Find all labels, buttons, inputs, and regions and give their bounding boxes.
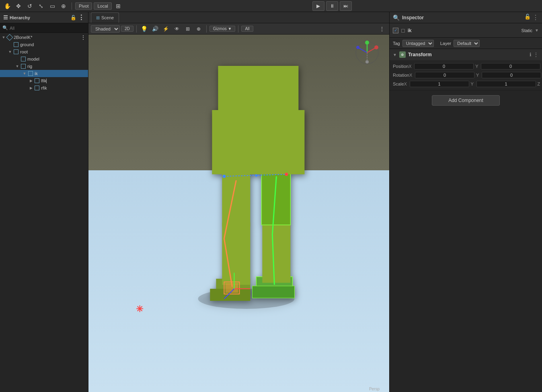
cursor-lfik: ▏ bbox=[46, 79, 49, 83]
expand-icon-transform: ▼ bbox=[393, 53, 397, 57]
hierarchy-tree: ▼ 2BoneIK* ⋮ ground ▼ bbox=[0, 33, 88, 392]
transform-body: Position X Y Z bbox=[390, 60, 542, 90]
tree-item-lfik[interactable]: ▶ lfik ▏ bbox=[0, 77, 88, 84]
visibility-icon-btn[interactable]: 👁 bbox=[172, 24, 182, 34]
label-ground: ground bbox=[20, 42, 34, 47]
all-btn[interactable]: All bbox=[241, 26, 253, 32]
object-enabled-checkbox[interactable] bbox=[393, 28, 398, 33]
scene-overflow-btn[interactable]: ⋮ bbox=[377, 24, 387, 34]
position-x-field: X bbox=[409, 63, 474, 69]
2d-btn[interactable]: 2D bbox=[121, 26, 133, 32]
hierarchy-lock-icon[interactable]: 🔓 bbox=[70, 14, 77, 21]
scale-y-input[interactable] bbox=[476, 81, 536, 87]
fx-icon-btn[interactable]: ⚡ bbox=[161, 24, 171, 34]
tree-item-2bonelk[interactable]: ▼ 2BoneIK* ⋮ bbox=[0, 34, 88, 41]
label-root: root bbox=[20, 49, 28, 54]
scene-gizmo[interactable] bbox=[353, 39, 381, 67]
shading-dropdown[interactable]: Shaded bbox=[91, 25, 120, 33]
label-lfik: lfik bbox=[41, 78, 46, 83]
layer-dropdown[interactable]: Default bbox=[454, 40, 480, 47]
local-label: Local bbox=[97, 4, 108, 8]
step-btn[interactable]: ⏭ bbox=[340, 1, 352, 11]
tree-item-ik[interactable]: ▼ ik bbox=[0, 70, 88, 77]
top-toolbar: ✋ ✥ ↺ ⤡ ▭ ⊕ Pivot Local ⊞ ▶ ⏸ ⏭ bbox=[0, 0, 542, 12]
persp-label: Persp bbox=[369, 387, 380, 391]
tree-item-model[interactable]: model bbox=[0, 55, 88, 63]
arrow-root: ▼ bbox=[7, 50, 13, 54]
audio-icon-btn[interactable]: 🔊 bbox=[150, 24, 160, 34]
position-label: Position bbox=[393, 64, 409, 69]
position-fields: X Y Z bbox=[409, 63, 542, 69]
scene-canvas[interactable]: ✳ bbox=[88, 35, 389, 392]
rotate-tool-btn[interactable]: ↺ bbox=[25, 1, 35, 11]
component-header-transform[interactable]: ▼ ⊕ Transform ℹ ⋮ bbox=[390, 49, 542, 60]
play-btn[interactable]: ▶ bbox=[312, 1, 324, 11]
rotation-y-input[interactable] bbox=[482, 72, 541, 78]
pivot-btn[interactable]: Pivot bbox=[75, 2, 92, 10]
inspector-overflow-icon[interactable]: ⋮ bbox=[532, 14, 539, 21]
static-dropdown-arrow[interactable]: ▼ bbox=[535, 28, 539, 33]
pause-btn[interactable]: ⏸ bbox=[326, 1, 338, 11]
rotation-fields: X Y Z bbox=[409, 72, 542, 78]
icon-root bbox=[13, 49, 19, 55]
item-options-2bonelk[interactable]: ⋮ bbox=[80, 34, 86, 41]
hand-tool-btn[interactable]: ✋ bbox=[2, 1, 12, 11]
scene-controls-bar: Shaded 2D 💡 🔊 ⚡ 👁 ⊞ ⊕ Gizmos ▼ All ⋮ bbox=[88, 23, 389, 35]
label-rfik: rfik bbox=[41, 86, 47, 90]
hierarchy-overflow-icon[interactable]: ⋮ bbox=[78, 14, 85, 21]
inspector-obj-header: ◻ ik Static ▼ bbox=[390, 23, 542, 38]
inspector-lock-icon[interactable]: 🔓 bbox=[524, 14, 531, 21]
rotation-x-input[interactable] bbox=[415, 72, 474, 78]
scene-tab[interactable]: ⊞ Scene bbox=[91, 12, 119, 23]
scale-label: Scale bbox=[393, 82, 404, 86]
tree-item-root[interactable]: ▼ root bbox=[0, 48, 88, 55]
tree-item-ground[interactable]: ground bbox=[0, 41, 88, 48]
hierarchy-search-bar: 🔍 bbox=[0, 23, 88, 33]
add-component-button[interactable]: Add Component bbox=[432, 95, 500, 106]
hierarchy-icon: ☰ bbox=[3, 14, 8, 20]
tree-item-rig[interactable]: ▼ rig bbox=[0, 63, 88, 70]
rot-x-letter: X bbox=[409, 73, 414, 78]
hierarchy-search-input[interactable] bbox=[10, 26, 86, 31]
left-upper-leg bbox=[222, 168, 250, 227]
transform-header-icons: ℹ ⋮ bbox=[530, 51, 539, 58]
inspector-title: Inspector bbox=[402, 15, 424, 20]
right-lower-leg bbox=[262, 218, 290, 283]
transform-tool-btn[interactable]: ⊕ bbox=[59, 1, 68, 11]
scale-y-field: Y bbox=[471, 81, 536, 87]
rotation-row: Rotation X Y Z bbox=[390, 71, 542, 80]
svg-point-4 bbox=[374, 45, 378, 49]
scale-x-letter: X bbox=[404, 82, 409, 86]
tag-dropdown[interactable]: Untagged bbox=[402, 40, 434, 47]
grid-btn[interactable]: ⊞ bbox=[113, 1, 123, 11]
scale-tool-btn[interactable]: ⤡ bbox=[36, 1, 46, 11]
transform-overflow-icon[interactable]: ⋮ bbox=[533, 51, 539, 58]
arrow-lfik: ▶ bbox=[28, 79, 34, 83]
rot-y-letter: Y bbox=[476, 73, 481, 78]
svg-point-6 bbox=[356, 46, 359, 49]
grid-scene-btn[interactable]: ⊞ bbox=[183, 24, 193, 34]
more-scene-btn[interactable]: ⊕ bbox=[194, 24, 203, 34]
position-y-input[interactable] bbox=[481, 63, 540, 69]
icon-2bonelk bbox=[6, 34, 13, 41]
layer-label: Layer bbox=[440, 41, 452, 46]
position-x-input[interactable] bbox=[414, 63, 474, 69]
label-model: model bbox=[27, 57, 39, 61]
rect-tool-btn[interactable]: ▭ bbox=[47, 1, 57, 11]
label-2bonelk: 2BoneIK* bbox=[14, 35, 32, 40]
scale-x-input[interactable] bbox=[410, 81, 469, 87]
tag-layer-row: Tag Untagged Layer Default bbox=[390, 38, 542, 49]
transform-info-icon[interactable]: ℹ bbox=[530, 52, 532, 57]
hierarchy-header: ☰ Hierarchy 🔓 ⋮ bbox=[0, 12, 88, 23]
light-icon-btn[interactable]: 💡 bbox=[140, 24, 149, 34]
svg-point-2 bbox=[365, 41, 369, 45]
move-tool-btn[interactable]: ✥ bbox=[14, 1, 23, 11]
object-name: ik bbox=[408, 27, 519, 33]
local-btn[interactable]: Local bbox=[94, 2, 111, 10]
ik-dot-right bbox=[285, 173, 288, 176]
scene-tab-hash: ⊞ bbox=[96, 15, 100, 20]
gizmos-btn[interactable]: Gizmos ▼ bbox=[209, 26, 236, 32]
tree-item-rfik[interactable]: ▶ rfik bbox=[0, 84, 88, 92]
icon-ground bbox=[13, 41, 19, 48]
transform-icon: ⊕ bbox=[399, 51, 406, 58]
